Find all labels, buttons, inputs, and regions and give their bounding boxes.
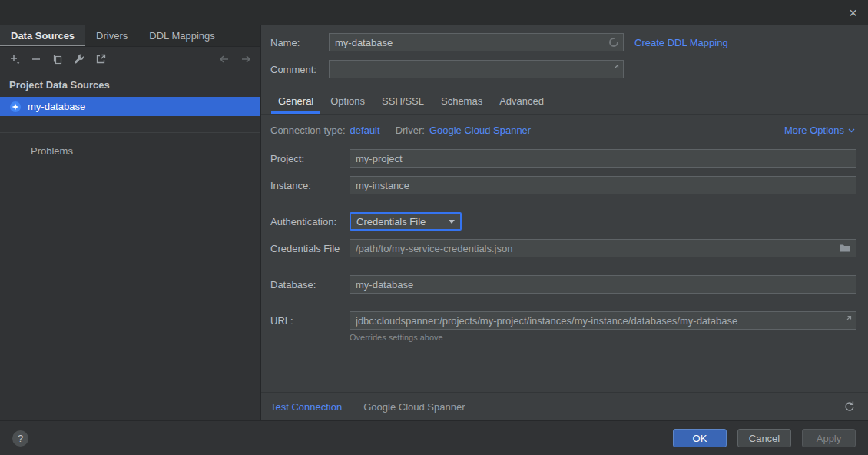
tab-general[interactable]: General xyxy=(270,90,322,114)
name-input[interactable] xyxy=(329,33,624,51)
tab-data-sources[interactable]: Data Sources xyxy=(0,25,85,46)
credentials-field: Credentials File xyxy=(270,239,856,257)
panel-footer: Test Connection Google Cloud Spanner xyxy=(261,392,868,420)
name-row: Name: Create DDL Mapping xyxy=(270,33,856,51)
instance-input[interactable] xyxy=(350,176,856,194)
connection-row: Connection type: default Driver: Google … xyxy=(270,115,856,136)
back-arrow-icon[interactable] xyxy=(217,52,231,66)
tab-schemas[interactable]: Schemas xyxy=(432,90,491,114)
spanner-icon xyxy=(9,101,22,113)
sidebar-tabs: Data Sources Drivers DDL Mappings xyxy=(0,25,260,47)
ok-button[interactable]: OK xyxy=(673,429,727,447)
authentication-dropdown[interactable]: Credentials File xyxy=(350,212,462,231)
close-icon[interactable]: × xyxy=(849,5,857,20)
project-label: Project: xyxy=(270,153,350,164)
name-input-wrap xyxy=(329,33,624,51)
tab-ddl-mappings[interactable]: DDL Mappings xyxy=(138,25,226,46)
database-label: Database: xyxy=(270,279,350,291)
authentication-label: Authentication: xyxy=(270,216,350,227)
chevron-down-icon xyxy=(848,128,855,133)
authentication-dropdown-value: Credentials File xyxy=(356,216,426,227)
remove-icon[interactable] xyxy=(29,52,43,66)
database-input[interactable] xyxy=(350,275,856,294)
folder-icon[interactable] xyxy=(839,242,851,254)
tab-advanced[interactable]: Advanced xyxy=(491,90,552,114)
more-options-link[interactable]: More Options xyxy=(784,125,855,136)
connection-type-value[interactable]: default xyxy=(350,125,380,136)
project-data-sources-title: Project Data Sources xyxy=(9,79,260,91)
expand-url-icon[interactable] xyxy=(840,314,853,327)
expand-icon[interactable] xyxy=(608,63,620,75)
name-label: Name: xyxy=(270,37,329,48)
add-icon[interactable] xyxy=(8,52,22,66)
data-sources-dialog: × Data Sources Drivers DDL Mappings xyxy=(0,0,868,455)
config-panel: Name: Create DDL Mapping Comment: xyxy=(261,25,868,420)
comment-row: Comment: xyxy=(270,60,856,78)
url-label: URL: xyxy=(270,315,350,327)
database-field: Database: xyxy=(270,275,856,294)
more-options-label: More Options xyxy=(784,125,844,136)
tab-drivers[interactable]: Drivers xyxy=(85,25,138,46)
help-button[interactable]: ? xyxy=(12,430,28,447)
url-field: URL: xyxy=(270,311,856,330)
loading-spinner-icon xyxy=(608,36,620,48)
comment-input-wrap xyxy=(329,60,624,78)
url-hint: Overrides settings above xyxy=(350,333,856,342)
sidebar: Data Sources Drivers DDL Mappings xyxy=(0,25,261,420)
sidebar-divider xyxy=(0,132,260,133)
project-field: Project: xyxy=(270,149,856,168)
apply-button[interactable]: Apply xyxy=(802,429,856,447)
footer-driver-name: Google Cloud Spanner xyxy=(363,401,465,413)
data-source-item-my-database[interactable]: my-database xyxy=(0,97,260,116)
connection-type-label: Connection type: xyxy=(270,125,346,136)
test-connection-link[interactable]: Test Connection xyxy=(270,401,342,413)
open-in-window-icon[interactable] xyxy=(94,52,108,66)
panel-spacer xyxy=(270,342,856,392)
data-source-item-label: my-database xyxy=(28,101,85,112)
driver-link[interactable]: Google Cloud Spanner xyxy=(429,125,531,136)
forward-arrow-icon[interactable] xyxy=(239,52,253,66)
revert-icon[interactable] xyxy=(843,400,856,413)
comment-input[interactable] xyxy=(329,60,624,78)
dialog-buttons: OK Cancel Apply xyxy=(673,429,856,447)
tab-options[interactable]: Options xyxy=(322,90,373,114)
titlebar: × xyxy=(0,0,868,25)
instance-label: Instance: xyxy=(270,180,350,191)
comment-label: Comment: xyxy=(270,64,329,75)
dialog-buttons-bar: ? OK Cancel Apply xyxy=(0,420,868,455)
wrench-icon[interactable] xyxy=(72,52,86,66)
project-input[interactable] xyxy=(350,149,856,168)
duplicate-icon[interactable] xyxy=(51,52,65,66)
credentials-input[interactable] xyxy=(350,239,856,257)
sidebar-toolbar xyxy=(0,47,260,71)
dialog-body: Data Sources Drivers DDL Mappings xyxy=(0,25,868,420)
config-panel-content: Name: Create DDL Mapping Comment: xyxy=(261,25,868,392)
driver-label: Driver: xyxy=(396,125,425,136)
cancel-button[interactable]: Cancel xyxy=(737,429,791,447)
authentication-field: Authentication: Credentials File xyxy=(270,212,856,231)
credentials-label: Credentials File xyxy=(270,243,350,254)
dropdown-arrow-icon xyxy=(449,220,455,224)
url-input[interactable] xyxy=(350,311,856,330)
tab-ssh-ssl[interactable]: SSH/SSL xyxy=(373,90,432,114)
create-ddl-mapping-link[interactable]: Create DDL Mapping xyxy=(634,37,728,48)
settings-tabs: General Options SSH/SSL Schemas Advanced xyxy=(270,90,856,114)
instance-field: Instance: xyxy=(270,176,856,194)
sidebar-item-problems[interactable]: Problems xyxy=(0,145,260,157)
